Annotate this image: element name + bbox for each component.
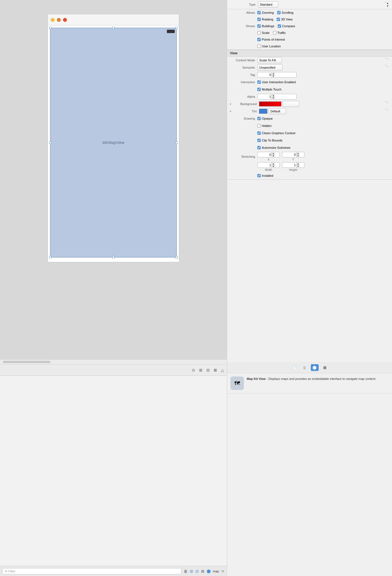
3dview-checkbox[interactable] (277, 18, 280, 21)
compass-label: Compass (282, 24, 295, 28)
type-down-btn[interactable]: ▼ (387, 4, 389, 7)
user-location-checkbox[interactable] (257, 45, 261, 48)
tag-down-btn[interactable]: ▼ (272, 75, 275, 78)
group-icon[interactable]: ⊠ (201, 569, 204, 573)
background-color-swatch[interactable] (259, 101, 281, 106)
tag-input[interactable] (258, 73, 272, 76)
handle-bottom-mid[interactable] (112, 256, 115, 258)
traffic-light-yellow (51, 18, 55, 22)
map-kit-icon-symbol: 🗺 (234, 380, 240, 387)
phone-title-bar (48, 14, 179, 25)
clears-graphics-checkbox[interactable] (257, 131, 261, 135)
scrolling-checkbox[interactable] (277, 11, 281, 14)
alpha-input[interactable] (258, 95, 272, 98)
tab-file[interactable]: 📄 (291, 364, 298, 371)
handle-mid-left[interactable] (49, 141, 52, 144)
horizontal-scrollbar[interactable] (3, 361, 50, 363)
stretching-y-up[interactable]: ▲ (297, 152, 300, 155)
tab-attributes[interactable]: ⬤ (311, 364, 319, 371)
handle-mid-right[interactable] (175, 141, 178, 144)
hidden-checkbox[interactable] (257, 124, 261, 127)
tab-size[interactable]: ▦ (321, 364, 329, 371)
shows-label: Shows (229, 24, 257, 28)
clip-bounds-item: Clip To Bounds (257, 139, 283, 142)
multiple-touch-checkbox[interactable] (257, 88, 261, 91)
buildings-checkbox[interactable] (257, 24, 261, 28)
phone-frame: MKMapView (48, 14, 179, 262)
toolbar-icon-target[interactable]: ⊙ (192, 368, 195, 372)
hidden-label: Hidden (262, 124, 272, 127)
stretching-y-down[interactable]: ▼ (297, 155, 300, 157)
compass-checkbox[interactable] (278, 24, 281, 28)
poi-checkbox[interactable] (257, 38, 261, 41)
stretching-x-field[interactable] (258, 153, 272, 156)
type-stepper[interactable]: ▲ ▼ (387, 2, 389, 7)
multiple-touch-item: Multiple Touch (257, 88, 281, 91)
toolbar-icon-align[interactable]: ⊟ (206, 368, 210, 372)
toolbar-icon-grid[interactable]: ⊞ (199, 368, 202, 372)
scale-checkbox[interactable] (257, 31, 261, 34)
grid-view-icon[interactable]: ⊞ (190, 569, 193, 573)
filter-search-icon: ⊙ (5, 569, 7, 573)
stretching-width-down[interactable]: ▼ (272, 165, 275, 168)
tint-plus-btn[interactable]: + (229, 109, 234, 113)
content-mode-select[interactable]: Scale To Fill Aspect Fit Aspect Fill (257, 57, 282, 63)
filter-input-container[interactable]: ⊙ Filter (2, 568, 181, 574)
view-section-header: View (227, 50, 392, 57)
scrolling-label: Scrolling (282, 11, 293, 14)
stretching-width-up[interactable]: ▲ (272, 162, 275, 165)
close-icon[interactable]: ✕ (221, 569, 225, 573)
rotating-checkbox[interactable] (257, 18, 261, 21)
handle-top-mid[interactable] (112, 27, 115, 29)
stretching-width-field[interactable] (258, 163, 272, 167)
handle-top-left[interactable] (49, 27, 52, 29)
list-view-icon[interactable]: ⊟ (195, 569, 199, 573)
type-up-btn[interactable]: ▲ (387, 2, 389, 4)
map-view-container[interactable]: MKMapView (50, 28, 177, 257)
semantic-select[interactable]: Unspecified Plays Sound (257, 64, 283, 71)
stretching-height-down[interactable]: ▼ (297, 165, 300, 168)
clip-bounds-checkbox[interactable] (257, 139, 261, 142)
handle-bottom-right[interactable] (175, 256, 178, 258)
stretching-x-input: ▲ ▼ (257, 152, 280, 157)
poi-checkbox-item: Points of Interest (257, 38, 285, 41)
zooming-checkbox[interactable] (257, 11, 261, 14)
type-select[interactable]: Standard Satellite Hybrid (258, 1, 278, 8)
delete-icon[interactable]: 🗑 (184, 569, 188, 573)
user-interaction-checkbox[interactable] (257, 80, 261, 84)
stretching-height-up[interactable]: ▲ (297, 162, 300, 165)
toolbar-icon-distribute[interactable]: ⊠ (214, 368, 217, 372)
stretching-x-down[interactable]: ▼ (272, 155, 275, 157)
tab-code[interactable]: {} (301, 364, 309, 371)
background-row: + Background (227, 100, 392, 108)
size-tab-icon: ▦ (323, 365, 326, 370)
stretching-y-field[interactable] (282, 153, 296, 156)
stretching-height-field[interactable] (282, 163, 296, 167)
alpha-down-btn[interactable]: ▼ (272, 97, 275, 99)
traffic-checkbox[interactable] (273, 31, 276, 34)
background-select[interactable] (283, 101, 299, 107)
clears-graphics-item: Clears Graphics Context (257, 131, 295, 135)
zooming-label: Zooming (262, 11, 274, 14)
alpha-up-btn[interactable]: ▲ (272, 94, 275, 97)
background-plus-btn[interactable]: + (229, 102, 234, 106)
shows-row-2: Scale Traffic (227, 29, 392, 36)
canvas-region[interactable]: MKMapView (0, 0, 227, 360)
tint-color-swatch[interactable] (259, 109, 267, 114)
traffic-light-red (63, 18, 67, 22)
handle-top-right[interactable] (175, 27, 178, 29)
drawing-label: Drawing (229, 117, 257, 120)
stretching-x-up[interactable]: ▲ (272, 152, 275, 155)
installed-label-text: Installed (262, 174, 273, 177)
stretching-width-label: Width (257, 168, 280, 171)
opaque-checkbox[interactable] (257, 117, 261, 120)
semantic-label: Semantic (229, 66, 257, 69)
clears-graphics-label: Clears Graphics Context (262, 131, 295, 135)
autoresize-checkbox[interactable] (257, 146, 261, 149)
toolbar-icon-transform[interactable]: △ (221, 368, 224, 372)
user-location-label: User Location (262, 45, 281, 48)
installed-checkbox[interactable] (257, 174, 261, 177)
handle-bottom-left[interactable] (49, 256, 52, 258)
tint-select[interactable]: Default (269, 108, 286, 114)
tag-up-btn[interactable]: ▲ (272, 72, 275, 75)
